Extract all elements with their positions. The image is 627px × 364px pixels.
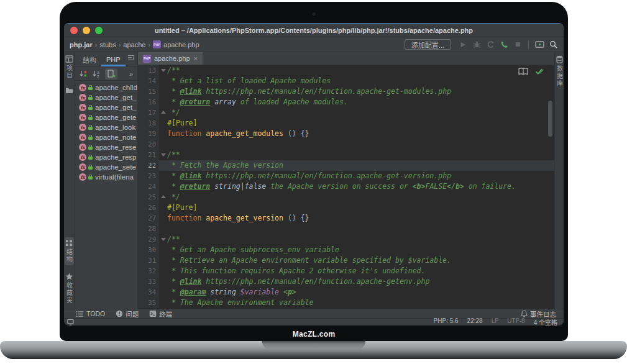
bottom-bar-item-问题[interactable]: 问题 [116, 309, 139, 319]
status-segment[interactable]: LF [492, 317, 499, 325]
line-number[interactable]: 13 [138, 65, 159, 76]
view-options-icon[interactable] [127, 52, 137, 63]
code-line[interactable]: 20 [138, 139, 554, 150]
search-everywhere-icon[interactable] [547, 39, 559, 50]
close-tab-icon[interactable]: × [194, 55, 198, 62]
editor-tab-apache-php[interactable]: PHP apache.php × [138, 52, 203, 65]
line-number[interactable]: 18 [138, 118, 159, 129]
fold-marker[interactable] [159, 150, 167, 160]
line-number[interactable]: 15 [138, 86, 159, 97]
stripe-button-结构[interactable]: 结构 [65, 237, 74, 265]
more-actions-chevron[interactable]: » [129, 70, 133, 78]
code-line[interactable]: 35 * The Apache environment variable [138, 298, 554, 308]
code-line[interactable]: 31 * Retrieve an Apache environment vari… [138, 255, 554, 266]
line-number[interactable]: 30 [138, 245, 159, 255]
inspections-ok-icon[interactable] [535, 68, 544, 75]
line-number[interactable]: 21 [138, 150, 159, 160]
filter-plus-icon[interactable] [105, 68, 117, 80]
breadcrumb-item[interactable]: apache [123, 41, 145, 48]
status-segment[interactable]: PHP: 5.6 [434, 317, 459, 325]
code-line[interactable]: 13/** [138, 65, 554, 76]
structure-list-item[interactable]: fxapache_rese [75, 142, 137, 152]
stop-icon[interactable] [512, 39, 523, 50]
structure-tab-php[interactable]: PHP [101, 52, 126, 66]
fold-marker[interactable] [159, 234, 167, 245]
bottom-bar-item-终端[interactable]: 终端 [149, 309, 172, 319]
editor-scrollbar-thumb[interactable] [548, 101, 552, 137]
stripe-button-数据库[interactable]: 数据库 [556, 55, 564, 88]
structure-list-item[interactable]: fxapache_sete [75, 162, 137, 172]
line-number[interactable]: 33 [138, 276, 159, 287]
line-number[interactable]: 14 [138, 76, 159, 86]
stripe-button-folder-icon[interactable] [65, 87, 73, 94]
add-configuration-button[interactable]: 添加配置... [405, 39, 451, 50]
reader-mode-icon[interactable] [518, 68, 528, 75]
structure-list-item[interactable]: fxapache_get_ [75, 102, 137, 112]
code-editor[interactable]: 13/**14 * Get a list of loaded Apache mo… [138, 65, 554, 309]
status-segment[interactable]: UTF-8 [507, 317, 524, 325]
code-line[interactable]: 17 */ [138, 107, 554, 118]
code-line[interactable]: 22 * Fetch the Apache version [138, 160, 554, 171]
line-number[interactable]: 20 [138, 139, 159, 150]
code-line[interactable]: 26#[Pure] [138, 202, 554, 213]
bottom-bar-item-todo[interactable]: TODO [76, 309, 105, 319]
code-line[interactable]: 30 * Get an Apache subprocess_env variab… [138, 245, 554, 255]
code-line[interactable]: 32 * This function requires Apache 2 oth… [138, 266, 554, 276]
code-line[interactable]: 23 * @link https://php.net/manual/en/fun… [138, 171, 554, 181]
line-number[interactable]: 23 [138, 171, 159, 181]
line-number[interactable]: 31 [138, 255, 159, 266]
line-number[interactable]: 17 [138, 107, 159, 118]
code-line[interactable]: 34 * @param string $variable <p> [138, 287, 554, 298]
line-number[interactable]: 16 [138, 97, 159, 107]
stripe-button-收藏夹[interactable]: 收藏夹 [65, 273, 73, 304]
structure-tab-结构[interactable]: 结构 [78, 52, 101, 66]
structure-list-item[interactable]: fxapache_resp [75, 152, 137, 162]
fold-marker[interactable] [159, 192, 167, 202]
status-segment[interactable]: 22:28 [467, 317, 483, 325]
fold-marker[interactable] [159, 65, 167, 76]
code-line[interactable]: 18#[Pure] [138, 118, 554, 129]
structure-list-item[interactable]: fxapache_child [75, 83, 137, 93]
line-number[interactable]: 19 [138, 129, 159, 139]
sort-alpha-icon[interactable]: az [92, 68, 101, 80]
close-window-button[interactable] [70, 27, 78, 34]
code-line[interactable]: 33 * @link https://php.net/manual/en/fun… [138, 276, 554, 287]
breadcrumb-item[interactable]: PHPapache.php [153, 40, 199, 48]
code-line[interactable]: 28 [138, 224, 554, 234]
structure-list-item[interactable]: fxapache_look [75, 122, 137, 132]
structure-list-item[interactable]: fxvirtual(filena [75, 172, 137, 182]
structure-list-item[interactable]: fxapache_get_ [75, 93, 137, 102]
debug-icon[interactable] [471, 39, 482, 50]
code-line[interactable]: 19function apache_get_modules () {} [138, 129, 554, 139]
code-line[interactable]: 21/** [138, 150, 554, 160]
phone-debug-icon[interactable] [498, 39, 510, 50]
stripe-button-项目[interactable]: 项目 [65, 55, 73, 80]
toolwindow-toggle-icon[interactable] [67, 319, 74, 325]
run-icon[interactable] [457, 39, 469, 50]
code-line[interactable]: 29/** [138, 234, 554, 245]
coverage-icon[interactable] [485, 39, 496, 50]
run-anything-icon[interactable] [534, 39, 545, 50]
line-number[interactable]: 34 [138, 287, 159, 298]
line-number[interactable]: 24 [138, 181, 159, 192]
line-number[interactable]: 22 [138, 160, 159, 171]
breadcrumb-item[interactable]: php.jar [70, 41, 93, 48]
structure-list-item[interactable]: fxapache_note [75, 132, 137, 142]
code-line[interactable]: 25 */ [138, 192, 554, 202]
code-line[interactable]: 16 * @return array of loaded Apache modu… [138, 97, 554, 107]
status-segment[interactable]: 4 个空格 [534, 317, 557, 325]
zoom-window-button[interactable] [95, 27, 103, 34]
sort-visibility-icon[interactable] [79, 68, 88, 80]
line-number[interactable]: 25 [138, 192, 159, 202]
line-number[interactable]: 29 [138, 234, 159, 245]
fold-marker[interactable] [159, 107, 167, 118]
line-number[interactable]: 35 [138, 298, 159, 308]
code-line[interactable]: 27function apache_get_version () {} [138, 213, 554, 224]
line-number[interactable]: 26 [138, 202, 159, 213]
line-number[interactable]: 32 [138, 266, 159, 276]
line-number[interactable]: 28 [138, 224, 159, 234]
breadcrumb-item[interactable]: stubs [99, 41, 116, 48]
code-line[interactable]: 24 * @return string|false the Apache ver… [138, 181, 554, 192]
minimize-window-button[interactable] [83, 27, 90, 34]
structure-list-item[interactable]: fxapache_gete [75, 112, 137, 122]
